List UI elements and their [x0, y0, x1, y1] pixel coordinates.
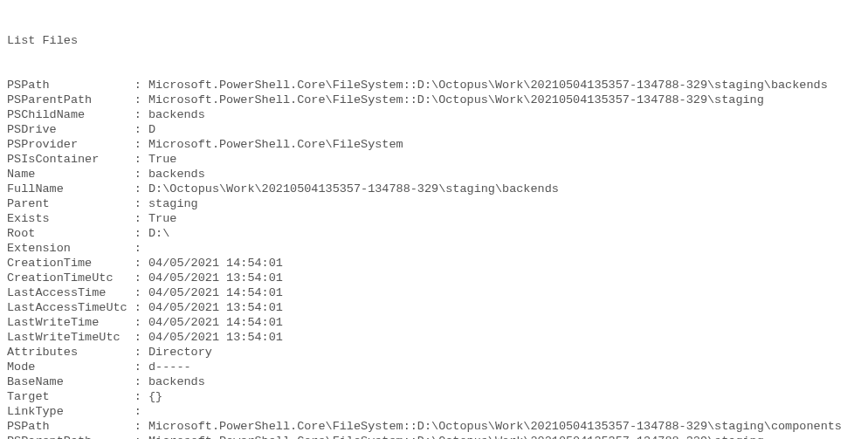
- property-key: PSProvider: [7, 137, 134, 152]
- property-row: Root: D:\: [7, 226, 868, 241]
- property-key: Mode: [7, 360, 134, 374]
- property-key: LinkType: [7, 404, 134, 419]
- property-value: 04/05/2021 13:54:01: [148, 271, 283, 285]
- property-value: backends: [148, 167, 205, 182]
- property-value: 04/05/2021 13:54:01: [148, 330, 283, 345]
- property-value: Microsoft.PowerShell.Core\FileSystem: [148, 137, 403, 152]
- property-key: PSDrive: [7, 122, 134, 137]
- property-value: 04/05/2021 13:54:01: [148, 300, 283, 315]
- property-separator: :: [134, 360, 148, 374]
- property-separator: :: [134, 404, 148, 419]
- property-row: PSParentPath: Microsoft.PowerShell.Core\…: [7, 93, 868, 107]
- property-value: True: [148, 211, 176, 226]
- property-row: PSPath: Microsoft.PowerShell.Core\FileSy…: [7, 419, 868, 434]
- property-value: Microsoft.PowerShell.Core\FileSystem::D:…: [148, 78, 828, 93]
- property-value: True: [148, 152, 176, 167]
- property-key: CreationTimeUtc: [7, 271, 134, 285]
- output-header-row: List Files: [7, 33, 868, 48]
- property-value: Microsoft.PowerShell.Core\FileSystem::D:…: [148, 434, 764, 439]
- property-row: LastWriteTimeUtc: 04/05/2021 13:54:01: [7, 330, 868, 345]
- property-key: Attributes: [7, 345, 134, 360]
- property-key: Parent: [7, 196, 134, 211]
- property-row: Target: {}: [7, 389, 868, 404]
- property-key: LastAccessTime: [7, 285, 134, 300]
- property-value: Directory: [148, 345, 212, 360]
- property-value: D:\Octopus\Work\20210504135357-134788-32…: [148, 182, 559, 196]
- property-value: backends: [148, 374, 205, 389]
- property-key: CreationTime: [7, 256, 134, 271]
- property-separator: :: [134, 300, 148, 315]
- property-separator: :: [134, 434, 148, 439]
- property-value: backends: [148, 107, 205, 122]
- property-row: Extension:: [7, 241, 868, 256]
- property-separator: :: [134, 285, 148, 300]
- property-row: PSDrive: D: [7, 122, 868, 137]
- property-key: Target: [7, 389, 134, 404]
- property-row: CreationTime: 04/05/2021 14:54:01: [7, 256, 868, 271]
- property-key: PSParentPath: [7, 93, 134, 107]
- property-key: Root: [7, 226, 134, 241]
- property-key: PSParentPath: [7, 434, 134, 439]
- property-value: D:\: [148, 226, 169, 241]
- property-separator: :: [134, 241, 148, 256]
- property-separator: :: [134, 374, 148, 389]
- property-separator: :: [134, 182, 148, 196]
- property-separator: :: [134, 226, 148, 241]
- property-row: FullName: D:\Octopus\Work\20210504135357…: [7, 182, 868, 196]
- property-row: Exists: True: [7, 211, 868, 226]
- property-value: d-----: [148, 360, 191, 374]
- property-row: Name: backends: [7, 167, 868, 182]
- property-key: LastAccessTimeUtc: [7, 300, 134, 315]
- property-key: LastWriteTime: [7, 315, 134, 330]
- property-value: Microsoft.PowerShell.Core\FileSystem::D:…: [148, 93, 764, 107]
- property-separator: :: [134, 271, 148, 285]
- property-separator: :: [134, 211, 148, 226]
- property-value: 04/05/2021 14:54:01: [148, 256, 283, 271]
- terminal-output: List Files PSPath: Microsoft.PowerShell.…: [0, 0, 868, 439]
- property-row: LinkType:: [7, 404, 868, 419]
- property-key: PSPath: [7, 419, 134, 434]
- property-value: 04/05/2021 14:54:01: [148, 315, 283, 330]
- property-key: PSIsContainer: [7, 152, 134, 167]
- property-separator: :: [134, 345, 148, 360]
- property-row: BaseName: backends: [7, 374, 868, 389]
- property-row: LastWriteTime: 04/05/2021 14:54:01: [7, 315, 868, 330]
- property-key: Name: [7, 167, 134, 182]
- property-row: PSIsContainer: True: [7, 152, 868, 167]
- property-separator: :: [134, 419, 148, 434]
- property-key: PSChildName: [7, 107, 134, 122]
- property-separator: :: [134, 196, 148, 211]
- property-value: Microsoft.PowerShell.Core\FileSystem::D:…: [148, 419, 842, 434]
- property-key: LastWriteTimeUtc: [7, 330, 134, 345]
- property-value: 04/05/2021 14:54:01: [148, 285, 283, 300]
- property-value: D: [148, 122, 155, 137]
- property-separator: :: [134, 137, 148, 152]
- property-separator: :: [134, 389, 148, 404]
- property-separator: :: [134, 315, 148, 330]
- property-separator: :: [134, 167, 148, 182]
- property-row: PSPath: Microsoft.PowerShell.Core\FileSy…: [7, 78, 868, 93]
- property-row: Mode: d-----: [7, 360, 868, 374]
- property-row: Attributes: Directory: [7, 345, 868, 360]
- property-value: {}: [148, 389, 162, 404]
- property-separator: :: [134, 330, 148, 345]
- property-separator: :: [134, 122, 148, 137]
- property-row: PSChildName: backends: [7, 107, 868, 122]
- property-separator: :: [134, 78, 148, 93]
- property-row: PSProvider: Microsoft.PowerShell.Core\Fi…: [7, 137, 868, 152]
- property-key: FullName: [7, 182, 134, 196]
- property-separator: :: [134, 93, 148, 107]
- property-separator: :: [134, 256, 148, 271]
- property-key: PSPath: [7, 78, 134, 93]
- property-row: CreationTimeUtc: 04/05/2021 13:54:01: [7, 271, 868, 285]
- output-header: List Files: [7, 33, 78, 48]
- property-row: PSParentPath: Microsoft.PowerShell.Core\…: [7, 434, 868, 439]
- property-key: Exists: [7, 211, 134, 226]
- property-list: PSPath: Microsoft.PowerShell.Core\FileSy…: [7, 78, 868, 439]
- property-key: BaseName: [7, 374, 134, 389]
- property-separator: :: [134, 107, 148, 122]
- property-row: Parent: staging: [7, 196, 868, 211]
- property-row: LastAccessTime: 04/05/2021 14:54:01: [7, 285, 868, 300]
- property-row: LastAccessTimeUtc: 04/05/2021 13:54:01: [7, 300, 868, 315]
- property-value: staging: [148, 196, 198, 211]
